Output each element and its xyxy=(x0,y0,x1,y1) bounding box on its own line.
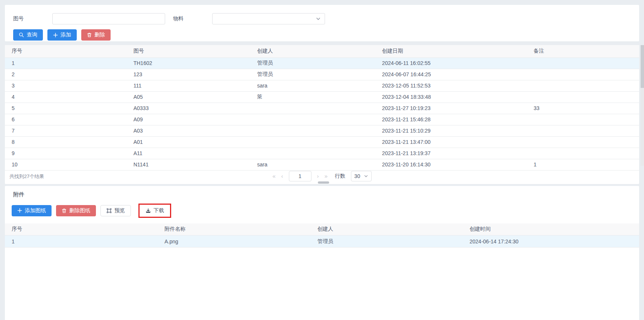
add-button-label: 添加 xyxy=(61,32,71,38)
table-row[interactable]: 5A03332023-11-27 10:19:2333 xyxy=(5,103,639,114)
attachment-row[interactable]: 1 A.png 管理员 2024-06-14 17:24:30 xyxy=(5,235,639,248)
col-header-attachment-name: 附件名称 xyxy=(158,223,310,235)
material-select[interactable] xyxy=(212,13,325,24)
drawing-no-label: 图号 xyxy=(13,15,52,22)
table-row[interactable]: 7A032023-11-21 15:10:29 xyxy=(5,125,639,136)
cell-seq: 8 xyxy=(5,136,127,148)
cell-create-date: 2024-06-07 16:44:25 xyxy=(375,69,527,80)
delete-button[interactable]: 删除 xyxy=(81,29,111,41)
table-row[interactable]: 8A012023-11-21 13:47:00 xyxy=(5,136,639,148)
search-icon xyxy=(19,32,24,38)
cell-seq: 9 xyxy=(5,148,127,159)
col-header-drawing-no: 图号 xyxy=(127,45,251,57)
cell-creator xyxy=(250,114,375,125)
plus-icon xyxy=(53,33,58,38)
delete-button-label: 删除 xyxy=(94,32,105,38)
add-button[interactable]: 添加 xyxy=(47,29,77,41)
cell-remark xyxy=(527,125,639,136)
add-drawing-button[interactable]: 添加图纸 xyxy=(12,205,52,216)
cell-remark: 1 xyxy=(527,159,639,170)
cell-drawing-no: N1141 xyxy=(127,159,251,170)
cell-create-date: 2024-06-11 16:02:55 xyxy=(375,57,527,69)
cell-creator xyxy=(250,148,375,159)
cell-remark xyxy=(527,114,639,125)
cell-drawing-no: TH1602 xyxy=(127,57,251,69)
trash-icon xyxy=(87,32,92,38)
cell-seq: 4 xyxy=(5,91,127,103)
drawings-table-header-row: 序号 图号 创建人 创建日期 备注 xyxy=(5,45,639,57)
drawing-no-input[interactable] xyxy=(52,13,165,24)
cell-remark xyxy=(527,136,639,148)
attachments-table: 序号 附件名称 创建人 创建时间 1 A.png 管理员 2024-06-14 … xyxy=(5,223,639,248)
plus-icon xyxy=(17,208,22,213)
cell-drawing-no: A0333 xyxy=(127,103,251,114)
cell-creator xyxy=(250,103,375,114)
attachments-panel: 附件 添加图纸 删除图纸 预览 下载 xyxy=(5,186,639,320)
cell-seq: 10 xyxy=(5,159,127,170)
horizontal-scrollbar-thumb[interactable] xyxy=(318,181,329,184)
material-label: 物料 xyxy=(173,15,212,22)
cell-create-time: 2024-06-14 17:24:30 xyxy=(463,235,639,248)
pagination-bar: 共找到27个结果 « ‹ 1 › » 行数 30 xyxy=(5,171,639,182)
drawings-table-panel: 序号 图号 创建人 创建日期 备注 1TH1602管理员2024-06-11 1… xyxy=(5,45,639,184)
page-size-select[interactable]: 30 xyxy=(351,171,372,181)
cell-seq: 1 xyxy=(5,235,158,248)
last-page-button[interactable]: » xyxy=(325,173,328,179)
vertical-scrollbar-thumb[interactable] xyxy=(641,45,644,88)
cell-create-date: 2023-11-21 13:47:00 xyxy=(375,136,527,148)
cell-seq: 6 xyxy=(5,114,127,125)
cell-create-date: 2023-11-27 10:19:23 xyxy=(375,103,527,114)
cell-drawing-no: 123 xyxy=(127,69,251,80)
vertical-scrollbar-track[interactable] xyxy=(641,45,644,166)
trash-icon xyxy=(62,208,67,213)
cell-remark xyxy=(527,91,639,103)
table-row[interactable]: 9A112023-11-21 13:19:37 xyxy=(5,148,639,159)
cell-create-date: 2023-11-21 15:46:28 xyxy=(375,114,527,125)
download-button[interactable]: 下载 xyxy=(140,205,170,216)
download-icon xyxy=(146,208,151,213)
table-row[interactable]: 4A05箂2023-12-04 18:33:48 xyxy=(5,91,639,103)
cell-remark xyxy=(527,80,639,91)
table-row[interactable]: 1TH1602管理员2024-06-11 16:02:55 xyxy=(5,57,639,69)
attachments-table-header-row: 序号 附件名称 创建人 创建时间 xyxy=(5,223,639,235)
cell-remark xyxy=(527,69,639,80)
rows-per-page-label: 行数 xyxy=(335,173,345,180)
cell-remark xyxy=(527,148,639,159)
cell-creator: 管理员 xyxy=(250,69,375,80)
cell-create-date: 2023-11-21 15:10:29 xyxy=(375,125,527,136)
cell-create-date: 2023-11-20 16:14:30 xyxy=(375,159,527,170)
cell-drawing-no: 111 xyxy=(127,80,251,91)
page-size-value: 30 xyxy=(354,173,360,179)
query-button[interactable]: 查询 xyxy=(13,29,43,41)
cell-seq: 1 xyxy=(5,57,127,69)
preview-button[interactable]: 预览 xyxy=(100,205,131,216)
cell-creator xyxy=(250,125,375,136)
filter-panel: 图号 物料 查询 添加 删除 xyxy=(5,5,639,41)
table-row[interactable]: 6A092023-11-21 15:46:28 xyxy=(5,114,639,125)
cell-creator: sara xyxy=(250,159,375,170)
query-button-label: 查询 xyxy=(27,32,37,38)
first-page-button[interactable]: « xyxy=(272,173,275,179)
delete-drawing-button[interactable]: 删除图纸 xyxy=(56,205,96,216)
cell-attachment-name: A.png xyxy=(158,235,310,248)
next-page-button[interactable]: › xyxy=(317,173,319,179)
table-row[interactable]: 10N1141sara2023-11-20 16:14:301 xyxy=(5,159,639,170)
highlight-box: 下载 xyxy=(138,204,171,218)
current-page-box[interactable]: 1 xyxy=(289,171,311,181)
chevron-down-icon xyxy=(316,16,321,21)
cell-drawing-no: A11 xyxy=(127,148,251,159)
cell-remark: 33 xyxy=(527,103,639,114)
cell-drawing-no: A09 xyxy=(127,114,251,125)
col-header-remark: 备注 xyxy=(527,45,639,57)
cell-drawing-no: A03 xyxy=(127,125,251,136)
cell-seq: 7 xyxy=(5,125,127,136)
prev-page-button[interactable]: ‹ xyxy=(281,173,283,179)
download-button-label: 下载 xyxy=(153,207,164,214)
col-header-seq: 序号 xyxy=(5,45,127,57)
col-header-create-date: 创建日期 xyxy=(375,45,527,57)
cell-creator: 管理员 xyxy=(250,57,375,69)
table-row[interactable]: 2123管理员2024-06-07 16:44:25 xyxy=(5,69,639,80)
table-row[interactable]: 3111sara2023-12-05 11:52:53 xyxy=(5,80,639,91)
cell-create-date: 2023-12-04 18:33:48 xyxy=(375,91,527,103)
chevron-down-icon xyxy=(364,174,368,178)
